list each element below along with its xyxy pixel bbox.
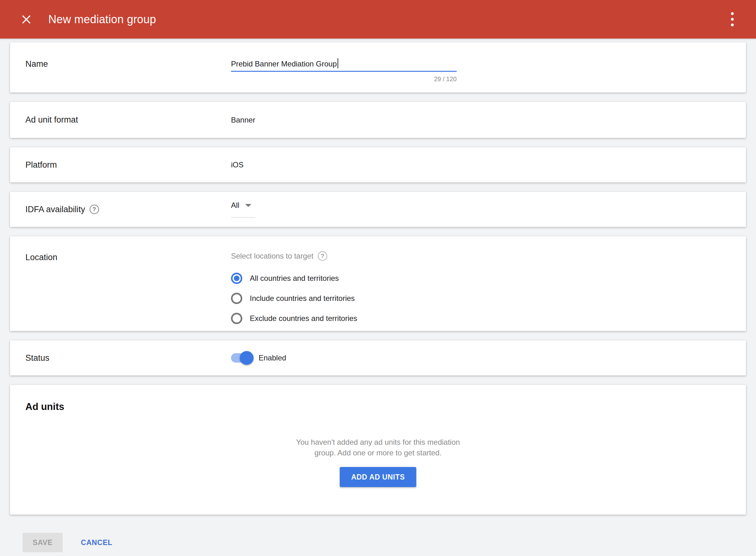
- radio-unselected-icon[interactable]: [231, 293, 242, 304]
- app-bar: New mediation group: [0, 0, 756, 39]
- idfa-selected-value: All: [231, 201, 239, 210]
- form-content: Name Prebid Banner Mediation Group 29 / …: [0, 39, 756, 552]
- status-label: Status: [25, 353, 231, 363]
- page-title: New mediation group: [48, 13, 156, 26]
- status-value: Enabled: [259, 353, 286, 362]
- location-prompt: Select locations to target ?: [231, 251, 731, 261]
- idfa-label: IDFA availability ?: [25, 205, 231, 214]
- ad-unit-format-card: Ad unit format Banner: [10, 102, 746, 138]
- add-ad-units-button[interactable]: ADD AD UNITS: [340, 467, 416, 487]
- location-card: Location Select locations to target ? Al…: [10, 236, 746, 331]
- empty-state-text-line1: You haven't added any ad units for this …: [25, 437, 731, 448]
- text-cursor: [338, 58, 338, 68]
- idfa-help-icon[interactable]: ?: [90, 205, 99, 214]
- overflow-menu-icon[interactable]: [725, 8, 740, 31]
- name-input-value[interactable]: Prebid Banner Mediation Group: [231, 60, 337, 68]
- radio-unselected-icon[interactable]: [231, 313, 242, 324]
- location-help-icon[interactable]: ?: [318, 251, 327, 261]
- radio-selected-icon[interactable]: [231, 273, 242, 284]
- name-label: Name: [25, 59, 231, 69]
- chevron-down-icon: [245, 204, 251, 207]
- radio-exclude-countries[interactable]: Exclude countries and territories: [231, 313, 731, 324]
- char-counter: 29 / 120: [231, 75, 457, 83]
- cancel-button[interactable]: CANCEL: [81, 538, 112, 547]
- radio-all-countries[interactable]: All countries and territories: [231, 273, 731, 284]
- ad-units-card: Ad units You haven't added any ad units …: [10, 385, 746, 515]
- empty-state-text-line2: group. Add one or more to get started.: [25, 448, 731, 458]
- save-button[interactable]: SAVE: [23, 533, 63, 552]
- ad-units-empty-state: You haven't added any ad units for this …: [25, 437, 731, 487]
- footer-actions: SAVE CANCEL: [10, 533, 746, 552]
- ad-unit-format-value: Banner: [231, 116, 731, 125]
- name-card: Name Prebid Banner Mediation Group 29 / …: [10, 42, 746, 93]
- status-toggle[interactable]: [231, 353, 252, 362]
- platform-value: iOS: [231, 161, 731, 169]
- location-radio-group: All countries and territories Include co…: [231, 273, 731, 324]
- ad-unit-format-label: Ad unit format: [25, 115, 231, 125]
- close-x-glyph: [21, 14, 32, 25]
- close-icon[interactable]: [18, 11, 35, 28]
- select-underline: [231, 217, 255, 218]
- platform-label: Platform: [25, 160, 231, 170]
- platform-card: Platform iOS: [10, 147, 746, 182]
- ad-units-heading: Ad units: [25, 401, 731, 412]
- status-card: Status Enabled: [10, 340, 746, 376]
- location-label: Location: [25, 253, 231, 262]
- idfa-select[interactable]: All: [231, 201, 255, 218]
- radio-include-countries[interactable]: Include countries and territories: [231, 293, 731, 304]
- idfa-card: IDFA availability ? All: [10, 192, 746, 227]
- name-field[interactable]: Prebid Banner Mediation Group 29 / 120: [231, 57, 457, 83]
